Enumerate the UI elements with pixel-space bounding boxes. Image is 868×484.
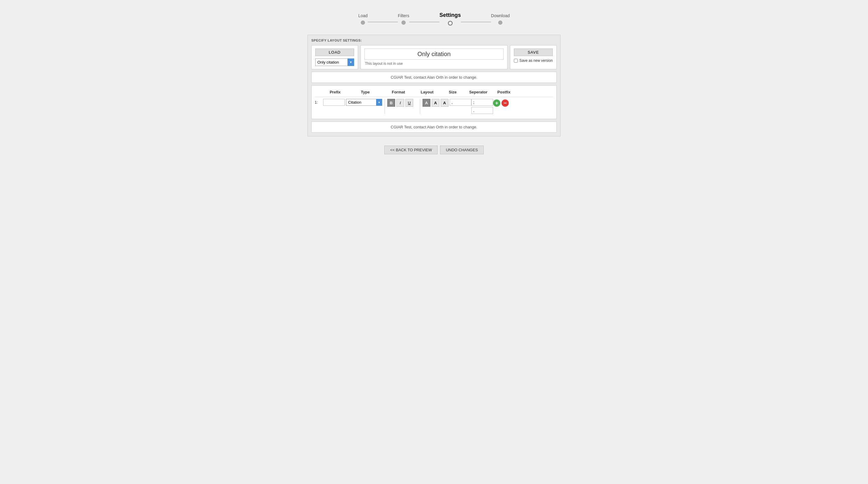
- save-button[interactable]: SAVE: [514, 49, 553, 56]
- header-layout: Layout: [413, 90, 441, 94]
- separator-column: [450, 99, 471, 106]
- back-to-preview-button[interactable]: << BACK TO PREVIEW: [384, 146, 438, 154]
- header-type: Type: [347, 90, 383, 94]
- load-section: LOAD Only citation: [311, 45, 358, 69]
- layout-status: This layout is not in use: [364, 61, 504, 66]
- format-buttons: B I U: [387, 99, 417, 107]
- save-new-version-wrapper: Save as new version: [514, 58, 553, 63]
- remove-row-button[interactable]: −: [501, 99, 509, 107]
- postfix-column: [471, 99, 493, 114]
- name-section: This layout is not in use: [361, 45, 507, 69]
- step-filters[interactable]: Filters: [398, 13, 409, 25]
- layout-buttons: A A A: [423, 99, 450, 107]
- panel-title: SPECIFY LAYOUT SETTINGS:: [311, 38, 557, 42]
- step-load-label: Load: [358, 13, 368, 18]
- italic-button[interactable]: I: [396, 99, 404, 107]
- step-download[interactable]: Download: [491, 13, 510, 25]
- layout-name-input[interactable]: [364, 49, 504, 60]
- step-load[interactable]: Load: [358, 13, 368, 25]
- format-divider: [384, 99, 385, 114]
- main-content: SPECIFY LAYOUT SETTINGS: LOAD Only citat…: [307, 35, 561, 154]
- layout-btn-a1[interactable]: A: [423, 99, 430, 107]
- row-number: 1:: [315, 99, 323, 104]
- load-button[interactable]: LOAD: [315, 49, 354, 56]
- step-line-3: [461, 22, 491, 22]
- layout-table: Prefix Type Format Layout Size Seperator…: [311, 85, 557, 119]
- layout-btn-a3[interactable]: A: [441, 99, 448, 107]
- layout-btn-a2[interactable]: A: [432, 99, 439, 107]
- bottom-buttons: << BACK TO PREVIEW UNDO CHANGES: [307, 146, 561, 154]
- add-row-button[interactable]: +: [493, 99, 500, 107]
- step-settings[interactable]: Settings: [439, 12, 461, 26]
- step-load-dot: [361, 21, 365, 25]
- step-filters-dot: [401, 21, 406, 25]
- load-select[interactable]: Only citation: [315, 58, 354, 66]
- bold-button[interactable]: B: [387, 99, 395, 107]
- step-line-2: [409, 22, 439, 22]
- panel-top-row: LOAD Only citation This layout is not in…: [311, 45, 557, 69]
- layout-table-header: Prefix Type Format Layout Size Seperator…: [315, 89, 553, 97]
- action-buttons: + −: [493, 99, 509, 107]
- table-row: 1: Citation B I U A: [315, 97, 553, 116]
- load-select-wrapper: Only citation: [315, 58, 354, 66]
- header-postfix: Postfix: [492, 90, 516, 94]
- type-select-wrapper: Citation: [346, 99, 382, 106]
- header-format: Format: [383, 90, 413, 94]
- header-prefix: Prefix: [323, 90, 347, 94]
- header-separator: Seperator: [465, 90, 492, 94]
- save-section: SAVE Save as new version: [510, 45, 557, 69]
- separator-input[interactable]: [450, 99, 471, 106]
- header-size: Size: [441, 90, 465, 94]
- info-bar-top: CGIAR Test, contact Alan Orth in order t…: [311, 72, 557, 83]
- step-settings-label: Settings: [439, 12, 461, 19]
- step-download-dot: [498, 21, 502, 25]
- postfix-input-1[interactable]: [471, 99, 493, 106]
- step-line-1: [368, 22, 398, 22]
- step-settings-dot: [448, 21, 453, 26]
- progress-bar: Load Filters Settings Download: [0, 0, 868, 35]
- save-new-version-label: Save as new version: [519, 58, 553, 63]
- step-download-label: Download: [491, 13, 510, 18]
- step-filters-label: Filters: [398, 13, 409, 18]
- layout-divider: [420, 99, 420, 114]
- settings-panel: SPECIFY LAYOUT SETTINGS: LOAD Only citat…: [307, 35, 561, 137]
- progress-steps: Load Filters Settings Download: [358, 12, 510, 26]
- save-new-version-checkbox[interactable]: [514, 59, 518, 63]
- type-select[interactable]: Citation: [346, 99, 382, 106]
- info-bar-bottom: CGIAR Test, contact Alan Orth in order t…: [311, 121, 557, 132]
- undo-changes-button[interactable]: UNDO CHANGES: [440, 146, 484, 154]
- postfix-input-2[interactable]: [471, 107, 493, 114]
- underline-button[interactable]: U: [405, 99, 413, 107]
- prefix-input[interactable]: [323, 99, 345, 106]
